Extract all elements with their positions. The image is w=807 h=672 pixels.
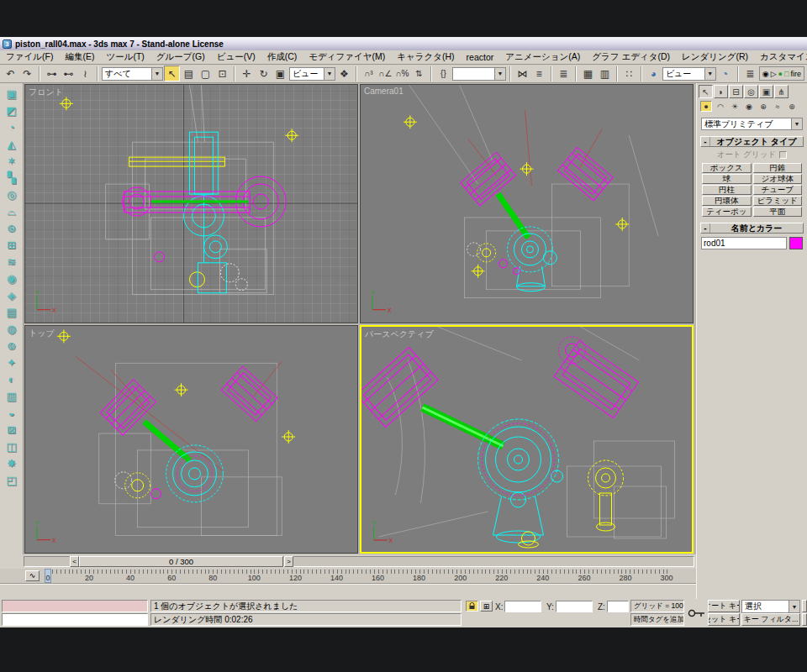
reference-coordsys-dropdown[interactable]: ビュー ▼ <box>289 67 335 81</box>
track-bar[interactable]: ∿ 02040608010012014016018020022024026028… <box>0 569 696 584</box>
tab-toolbar-icon[interactable]: ◩ <box>3 102 21 118</box>
tab-toolbar-icon[interactable]: ▣ <box>3 86 21 102</box>
snap-toggle-3d-icon[interactable]: ∩³ <box>361 66 377 81</box>
tab-toolbar-icon[interactable]: ▤ <box>3 304 21 320</box>
autogrid-checkbox[interactable] <box>779 151 787 159</box>
crossing-selection-icon[interactable]: ⊡ <box>214 66 230 81</box>
named-selection-icon[interactable]: {} <box>435 66 451 81</box>
y-coordinate-field[interactable] <box>556 601 593 612</box>
tab-toolbar-icon[interactable]: ◍ <box>3 321 21 337</box>
tab-toolbar-icon[interactable]: ◐ <box>3 371 21 387</box>
menu-group[interactable]: グループ(G) <box>150 50 211 65</box>
title-bar[interactable]: 3 piston_rall04.max - 3ds max 7 - Stand-… <box>0 38 807 50</box>
primitive-category-dropdown[interactable]: 標準プリミティブ ▼ <box>701 118 803 130</box>
manipulate-icon[interactable]: ❖ <box>336 66 352 81</box>
layer-manager-icon[interactable]: ≣ <box>556 66 572 81</box>
auto-key-button[interactable]: オート キー <box>708 600 740 612</box>
menu-rendering[interactable]: レンダリング(R) <box>676 50 754 65</box>
material-editor-icon[interactable]: ∷ <box>621 66 637 81</box>
tab-toolbar-icon[interactable]: ◫ <box>3 438 21 454</box>
named-selection-dropdown[interactable]: ▼ <box>452 67 506 81</box>
category-geometry-icon[interactable]: ● <box>700 101 712 112</box>
undo-icon[interactable]: ↶ <box>3 66 18 81</box>
bind-spacewarp-icon[interactable]: ≀ <box>77 66 93 81</box>
z-coordinate-field[interactable] <box>607 601 629 612</box>
cone-button[interactable]: 円錐 <box>753 163 803 173</box>
category-shapes-icon[interactable]: ◠ <box>715 101 726 112</box>
box-button[interactable]: ボックス <box>702 163 752 173</box>
tab-toolbar-icon[interactable]: ◔ <box>3 119 21 135</box>
select-by-name-icon[interactable]: ▤ <box>181 66 197 81</box>
playback-button-fragment[interactable] <box>802 613 807 626</box>
tab-hierarchy[interactable]: ⊟ <box>729 85 743 98</box>
category-cameras-icon[interactable]: ◉ <box>743 101 755 112</box>
menu-modifiers[interactable]: モディファイヤ(M) <box>303 50 391 65</box>
previous-frame-button[interactable]: < <box>70 556 79 567</box>
select-link-icon[interactable]: ⊶ <box>44 66 60 81</box>
render-type-dropdown[interactable]: ビュー ▼ <box>662 67 716 81</box>
quick-render-icon[interactable]: ◔ <box>717 66 733 81</box>
name-color-rollout-header[interactable]: - 名前とカラー <box>700 223 804 234</box>
plane-button[interactable]: 平面 <box>753 207 803 217</box>
absolute-offset-toggle[interactable]: ⊞ <box>480 601 493 612</box>
menu-character[interactable]: キャラクタ(H) <box>391 50 460 65</box>
menu-file[interactable]: ファイル(F) <box>0 50 59 65</box>
geosphere-button[interactable]: ジオ球体 <box>753 174 803 184</box>
curve-editor-icon[interactable]: ▦ <box>580 66 596 81</box>
viewport-camera01-label[interactable]: Camera01 <box>364 87 404 96</box>
tab-toolbar-icon[interactable]: ◭ <box>3 136 21 152</box>
menu-tools[interactable]: ツール(T) <box>100 50 150 65</box>
time-slider-handle[interactable]: 0 / 300 <box>79 556 283 567</box>
tab-create[interactable]: ↖ <box>699 85 713 98</box>
tab-display[interactable]: ▣ <box>759 85 773 98</box>
menu-edit[interactable]: 編集(E) <box>59 50 100 65</box>
sphere-button[interactable]: 球 <box>702 174 752 184</box>
menu-create[interactable]: 作成(C) <box>261 50 303 65</box>
tab-toolbar-icon[interactable]: ◰ <box>3 472 21 488</box>
x-coordinate-field[interactable] <box>504 601 541 612</box>
set-key-button[interactable]: セット キー <box>708 613 740 626</box>
object-name-field[interactable]: rod01 <box>701 237 787 249</box>
object-color-swatch[interactable] <box>789 237 803 249</box>
menu-customize[interactable]: カスタマイズ(U) <box>754 50 807 65</box>
viewport-front[interactable]: フロント <box>24 84 358 323</box>
category-systems-icon[interactable]: ⊛ <box>786 101 798 112</box>
tab-motion[interactable]: ◎ <box>744 85 758 98</box>
current-layer-display[interactable]: ◉ ▷ ● □ fire <box>759 66 804 81</box>
maxscript-mini-listener-pink[interactable] <box>2 600 148 612</box>
tab-toolbar-icon[interactable]: ≋ <box>3 254 21 270</box>
align-icon[interactable]: ≡ <box>531 66 547 81</box>
tab-toolbar-icon[interactable]: ✸ <box>3 455 21 471</box>
next-frame-button[interactable]: > <box>284 556 293 567</box>
menu-animation[interactable]: アニメーション(A) <box>499 50 586 65</box>
teapot-button[interactable]: ティーポット <box>702 207 752 217</box>
tab-toolbar-icon[interactable]: ▚ <box>3 170 21 186</box>
redo-icon[interactable]: ↷ <box>19 66 35 81</box>
angle-snap-icon[interactable]: ∩∠ <box>377 66 393 81</box>
tab-toolbar-icon[interactable]: ⊛ <box>3 220 21 236</box>
tab-toolbar-icon[interactable]: ◒ <box>3 405 21 421</box>
tab-toolbar-icon[interactable]: ✦ <box>3 354 21 370</box>
tab-toolbar-icon[interactable]: ⊚ <box>3 338 21 354</box>
category-helpers-icon[interactable]: ⊕ <box>757 101 769 112</box>
viewport-front-label[interactable]: フロント <box>29 87 63 98</box>
select-object-button[interactable]: ↖ <box>164 66 180 81</box>
viewport-camera01[interactable]: Camera01 <box>360 84 694 323</box>
menu-reactor[interactable]: reactor <box>461 50 500 64</box>
scale-icon[interactable]: ▣ <box>272 66 288 81</box>
selection-filter-dropdown[interactable]: すべて ▼ <box>102 67 163 81</box>
rotate-icon[interactable]: ↻ <box>256 66 272 81</box>
maxscript-mini-listener-white[interactable] <box>2 613 148 626</box>
tab-toolbar-icon[interactable]: ◈ <box>3 287 21 303</box>
tube-button[interactable]: チューブ <box>753 185 803 195</box>
layers-toolbar-icon[interactable]: ≣ <box>742 66 758 81</box>
pyramid-button[interactable]: ピラミッド <box>753 196 803 206</box>
unlink-icon[interactable]: ⊷ <box>61 66 76 81</box>
render-scene-icon[interactable]: ◕ <box>646 66 662 81</box>
key-filters-button[interactable]: キー フィルタ... <box>741 613 800 626</box>
category-spacewarps-icon[interactable]: ≈ <box>772 101 783 112</box>
cylinder-button[interactable]: 円柱 <box>702 185 752 195</box>
object-type-rollout-header[interactable]: - オブジェクト タイプ <box>700 136 804 147</box>
tab-toolbar-icon[interactable]: ◎ <box>3 186 21 202</box>
tab-toolbar-icon[interactable]: ⊠ <box>3 422 21 438</box>
